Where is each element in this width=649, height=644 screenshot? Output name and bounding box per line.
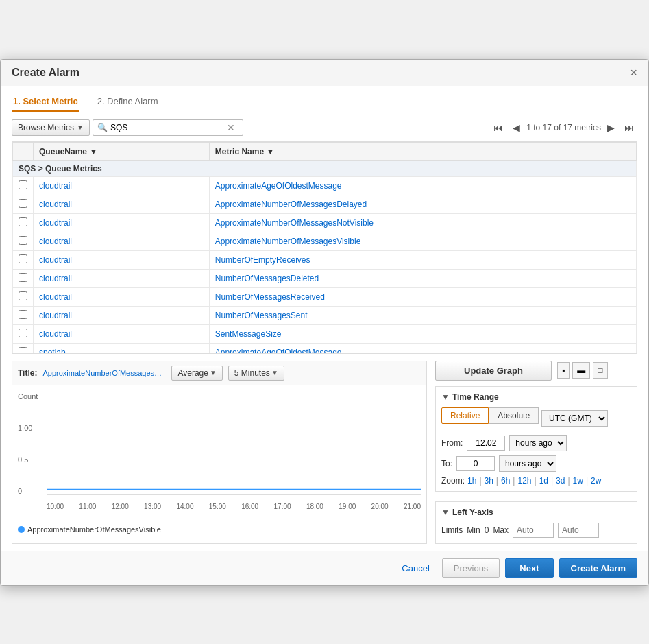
to-label: To: bbox=[441, 459, 452, 468]
row-queue-name: cloudtrail bbox=[34, 176, 210, 195]
row-checkbox[interactable] bbox=[19, 347, 27, 354]
next-button[interactable]: Next bbox=[505, 558, 553, 578]
stat-arrow-icon: ▼ bbox=[210, 369, 217, 377]
metric-link[interactable]: NumberOfMessagesReceived bbox=[215, 292, 325, 302]
metrics-table-container[interactable]: QueueName ▼ Metric Name ▼ SQS > Queue Me… bbox=[12, 141, 637, 354]
view-icon-button-2[interactable]: ▬ bbox=[572, 362, 590, 379]
zoom-3d[interactable]: 3d bbox=[556, 476, 565, 486]
table-row[interactable]: cloudtrailApproximateNumberOfMessagesVis… bbox=[13, 232, 637, 250]
stat-button[interactable]: Average ▼ bbox=[171, 366, 222, 381]
table-row[interactable]: cloudtrailNumberOfMessagesReceived bbox=[13, 287, 637, 306]
zoom-1w[interactable]: 1w bbox=[573, 476, 583, 486]
row-metric-name: NumberOfMessagesDeleted bbox=[209, 269, 636, 287]
graph-x-labels: 10:00 11:00 12:00 13:00 14:00 15:00 16:0… bbox=[47, 503, 421, 510]
to-input[interactable] bbox=[456, 456, 495, 471]
cancel-button[interactable]: Cancel bbox=[395, 559, 436, 577]
table-row[interactable]: cloudtrailApproximateAgeOfOldestMessage bbox=[13, 176, 637, 195]
row-metric-name: NumberOfMessagesSent bbox=[209, 306, 636, 324]
y-axis-max-input[interactable] bbox=[558, 523, 599, 538]
metric-link[interactable]: SentMessageSize bbox=[215, 329, 282, 339]
search-input[interactable] bbox=[110, 123, 227, 132]
prev-page-button[interactable]: ◀ bbox=[509, 121, 524, 134]
y-label-mid2: 0.5 bbox=[18, 455, 38, 464]
y-label-top: Count bbox=[18, 392, 38, 401]
limits-label: Limits bbox=[441, 525, 463, 535]
clear-search-icon[interactable]: ✕ bbox=[227, 122, 235, 133]
table-row[interactable]: cloudtrailApproximateNumberOfMessagesDel… bbox=[13, 195, 637, 213]
queue-link[interactable]: spotlab bbox=[39, 348, 66, 354]
metric-link[interactable]: NumberOfMessagesSent bbox=[215, 311, 308, 320]
create-alarm-button[interactable]: Create Alarm bbox=[559, 558, 637, 578]
queue-link[interactable]: cloudtrail bbox=[39, 200, 72, 209]
queue-link[interactable]: cloudtrail bbox=[39, 218, 72, 228]
metric-link[interactable]: ApproximateNumberOfMessagesDelayed bbox=[215, 200, 367, 209]
tab-absolute[interactable]: Absolute bbox=[489, 407, 539, 424]
queue-link[interactable]: cloudtrail bbox=[39, 255, 72, 265]
table-row[interactable]: cloudtrailSentMessageSize bbox=[13, 324, 637, 343]
browse-metrics-label: Browse Metrics bbox=[18, 123, 74, 132]
table-row[interactable]: cloudtrailNumberOfMessagesDeleted bbox=[13, 269, 637, 287]
row-checkbox-cell bbox=[13, 232, 34, 250]
dialog-body: Browse Metrics ▼ 🔍 ✕ ⏮ ◀ 1 to 17 of 17 m… bbox=[1, 112, 648, 551]
row-checkbox[interactable] bbox=[19, 254, 27, 263]
metrics-table: QueueName ▼ Metric Name ▼ SQS > Queue Me… bbox=[12, 142, 637, 354]
row-checkbox[interactable] bbox=[19, 273, 27, 282]
tab-select-metric[interactable]: 1. Select Metric bbox=[12, 92, 79, 112]
metric-link[interactable]: NumberOfMessagesDeleted bbox=[215, 274, 319, 283]
tab-define-alarm[interactable]: 2. Define Alarm bbox=[96, 92, 160, 112]
last-page-button[interactable]: ⏭ bbox=[621, 121, 637, 134]
row-checkbox[interactable] bbox=[19, 291, 27, 300]
utc-select[interactable]: UTC (GMT) bbox=[541, 410, 608, 427]
metric-link[interactable]: ApproximateNumberOfMessagesVisible bbox=[215, 237, 361, 246]
queue-link[interactable]: cloudtrail bbox=[39, 311, 72, 320]
first-page-button[interactable]: ⏮ bbox=[490, 121, 506, 134]
queue-link[interactable]: cloudtrail bbox=[39, 237, 72, 246]
from-input[interactable] bbox=[467, 436, 505, 451]
triangle-icon: ▼ bbox=[441, 392, 450, 402]
queue-link[interactable]: cloudtrail bbox=[39, 274, 72, 283]
zoom-2w[interactable]: 2w bbox=[591, 476, 601, 486]
table-row[interactable]: spotlabApproximateAgeOfOldestMessage bbox=[13, 343, 637, 354]
dialog-title: Create Alarm bbox=[12, 67, 79, 79]
zoom-1d[interactable]: 1d bbox=[539, 476, 548, 486]
close-button[interactable]: × bbox=[630, 67, 637, 79]
zoom-1h[interactable]: 1h bbox=[467, 476, 476, 486]
from-unit-select[interactable]: hours ago bbox=[509, 435, 567, 451]
row-checkbox[interactable] bbox=[19, 180, 27, 189]
row-queue-name: cloudtrail bbox=[34, 250, 210, 269]
row-checkbox-cell bbox=[13, 287, 34, 306]
queue-link[interactable]: cloudtrail bbox=[39, 329, 72, 339]
table-row[interactable]: cloudtrailNumberOfMessagesSent bbox=[13, 306, 637, 324]
search-bar: Browse Metrics ▼ 🔍 ✕ ⏮ ◀ 1 to 17 of 17 m… bbox=[12, 119, 637, 136]
metric-link[interactable]: ApproximateAgeOfOldestMessage bbox=[215, 181, 342, 191]
table-row[interactable]: cloudtrailNumberOfEmptyReceives bbox=[13, 250, 637, 269]
row-checkbox[interactable] bbox=[19, 310, 27, 319]
queue-link[interactable]: cloudtrail bbox=[39, 292, 72, 302]
zoom-3h[interactable]: 3h bbox=[485, 476, 493, 486]
table-header: QueueName ▼ Metric Name ▼ bbox=[13, 142, 637, 160]
from-row: From: hours ago bbox=[441, 435, 631, 451]
row-checkbox[interactable] bbox=[19, 199, 27, 208]
row-checkbox[interactable] bbox=[19, 217, 27, 226]
metric-link[interactable]: ApproximateAgeOfOldestMessage bbox=[215, 348, 342, 354]
metric-link[interactable]: ApproximateNumberOfMessagesNotVisible bbox=[215, 218, 374, 228]
next-page-button[interactable]: ▶ bbox=[604, 121, 618, 134]
zoom-6h[interactable]: 6h bbox=[501, 476, 510, 486]
zoom-12h[interactable]: 12h bbox=[517, 476, 531, 486]
period-button[interactable]: 5 Minutes ▼ bbox=[228, 366, 284, 381]
view-icon-button-1[interactable]: ▪ bbox=[557, 362, 570, 379]
previous-button[interactable]: Previous bbox=[442, 558, 500, 578]
metric-link[interactable]: NumberOfEmptyReceives bbox=[215, 255, 310, 265]
y-axis-min-input[interactable] bbox=[513, 523, 554, 538]
y-axis-triangle-icon: ▼ bbox=[441, 508, 450, 517]
update-graph-button[interactable]: Update Graph bbox=[435, 361, 552, 381]
queue-link[interactable]: cloudtrail bbox=[39, 181, 72, 191]
header-checkbox-cell bbox=[13, 142, 34, 160]
row-checkbox[interactable] bbox=[19, 236, 27, 245]
browse-metrics-button[interactable]: Browse Metrics ▼ bbox=[12, 119, 90, 136]
row-checkbox[interactable] bbox=[19, 329, 27, 337]
table-row[interactable]: cloudtrailApproximateNumberOfMessagesNot… bbox=[13, 213, 637, 232]
view-icon-button-3[interactable]: □ bbox=[593, 362, 607, 379]
tab-relative[interactable]: Relative bbox=[441, 407, 489, 424]
to-unit-select[interactable]: hours ago bbox=[499, 455, 556, 472]
